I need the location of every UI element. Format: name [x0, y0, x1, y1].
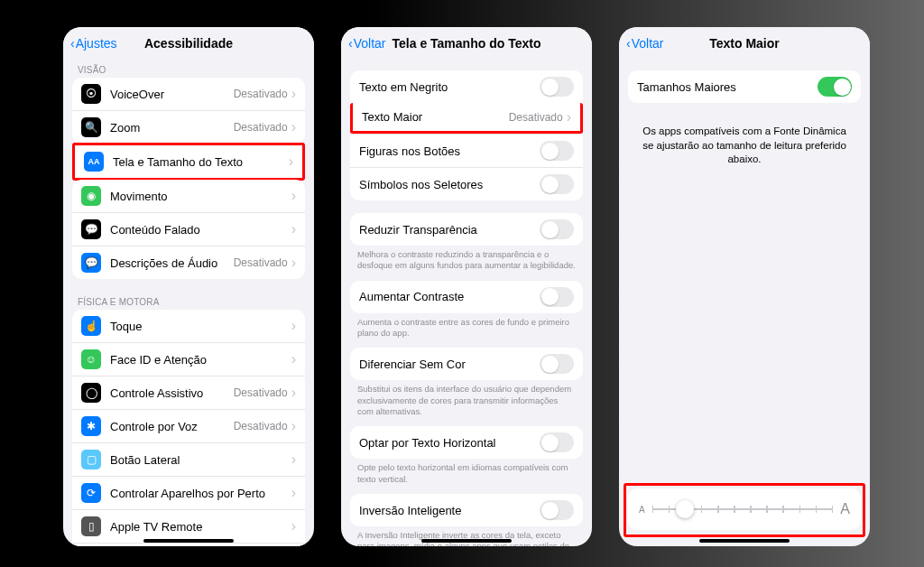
home-indicator[interactable]	[143, 539, 234, 543]
back-button[interactable]: ‹ Voltar	[626, 36, 663, 51]
row-touch[interactable]: ☝ Toque ›	[72, 310, 305, 342]
slider-tick	[701, 506, 703, 513]
row-nearby[interactable]: ⟳ Controlar Aparelhos por Perto ›	[72, 476, 305, 509]
row-horizontal-text[interactable]: Optar por Texto Horizontal	[350, 426, 583, 459]
slider-tick	[799, 506, 801, 513]
row-side-button[interactable]: ▢ Botão Lateral ›	[72, 442, 305, 476]
row-label: Optar por Texto Horizontal	[359, 436, 540, 450]
row-assistive[interactable]: ◯ Controle Assistivo Desativado ›	[72, 376, 305, 409]
toggle-invert[interactable]	[540, 500, 574, 520]
page-title: Acessibilidade	[144, 36, 233, 51]
row-label: Figuras nos Botões	[359, 144, 540, 158]
row-bold-text[interactable]: Texto em Negrito	[350, 70, 583, 103]
toggle-shapes[interactable]	[540, 141, 574, 161]
row-value: Desativado	[234, 386, 288, 399]
toggle-labels[interactable]	[540, 174, 574, 194]
slider-tick	[652, 506, 654, 513]
back-button[interactable]: ‹ Ajustes	[70, 36, 117, 51]
row-label: Zoom	[110, 121, 234, 135]
row-faceid[interactable]: ☺ Face ID e Atenção ›	[72, 342, 305, 376]
chevron-right-icon: ›	[291, 419, 296, 433]
toggle-contrast[interactable]	[540, 287, 574, 307]
toggle-transparency[interactable]	[540, 219, 574, 239]
motor-group: ☝ Toque › ☺ Face ID e Atenção › ◯ Contro…	[72, 310, 305, 546]
row-differentiate-color[interactable]: Diferenciar Sem Cor	[350, 348, 583, 380]
chevron-right-icon: ›	[291, 222, 296, 237]
row-onoff-labels[interactable]: Símbolos nos Seletores	[350, 167, 583, 200]
toggle-horizontal[interactable]	[540, 432, 574, 452]
row-spoken-content[interactable]: 💬 Conteúdo Falado ›	[72, 212, 305, 246]
home-indicator[interactable]	[699, 539, 790, 543]
row-display-text-size[interactable]: AA Tela e Tamanho do Texto ›	[75, 145, 302, 178]
row-label: Controle por Voz	[110, 420, 234, 433]
row-audio-desc[interactable]: 💬 Descrições de Áudio Desativado ›	[72, 246, 305, 279]
audio-desc-icon: 💬	[81, 253, 101, 273]
dynamic-type-desc: Os apps compatíveis com a Fonte Dinâmica…	[619, 116, 870, 176]
section-vision: VISÃO	[63, 60, 314, 78]
row-label: Toque	[110, 320, 291, 333]
row-button-shapes[interactable]: Figuras nos Botões	[350, 134, 583, 167]
row-zoom[interactable]: 🔍 Zoom Desativado ›	[72, 110, 305, 144]
row-reduce-transparency[interactable]: Reduzir Transparência	[350, 213, 583, 246]
row-label: Texto em Negrito	[359, 80, 540, 94]
row-label: Movimento	[110, 190, 291, 203]
screen-display-text-size: ‹ Voltar Tela e Tamanho do Texto Texto e…	[341, 27, 592, 546]
row-appletv[interactable]: ▯ Apple TV Remote ›	[72, 509, 305, 543]
row-label: Reduzir Transparência	[359, 223, 540, 237]
vision-group-2: ◉ Movimento › 💬 Conteúdo Falado › 💬 Desc…	[72, 180, 305, 279]
toggle-nocolor[interactable]	[540, 354, 574, 374]
chevron-right-icon: ›	[567, 110, 571, 125]
row-larger-text[interactable]: Texto Maior Desativado ›	[350, 103, 583, 134]
chevron-right-icon: ›	[291, 189, 296, 203]
row-label: Símbolos nos Seletores	[359, 178, 540, 191]
chevron-left-icon: ‹	[626, 36, 631, 51]
chevron-right-icon: ›	[291, 87, 296, 101]
row-value: Desativado	[234, 88, 288, 100]
back-label: Voltar	[354, 36, 386, 51]
text-size-slider[interactable]: A A	[639, 501, 850, 517]
nocolor-desc: Substitui os itens da interface do usuár…	[341, 384, 592, 426]
screen-larger-text: ‹ Voltar Texto Maior Tamanhos Maiores Os…	[619, 27, 870, 546]
back-button[interactable]: ‹ Voltar	[348, 36, 385, 51]
toggle-larger-sizes[interactable]	[818, 77, 852, 97]
row-label: Aumentar Contraste	[359, 290, 540, 303]
row-label: Controlar Aparelhos por Perto	[110, 487, 291, 500]
highlighted-row-display: AA Tela e Tamanho do Texto ›	[72, 143, 305, 181]
row-increase-contrast[interactable]: Aumentar Contraste	[350, 281, 583, 313]
slider-tick	[717, 506, 719, 513]
chevron-right-icon: ›	[291, 519, 296, 534]
navbar: ‹ Ajustes Acessibilidade	[63, 27, 314, 60]
row-label: Diferenciar Sem Cor	[359, 358, 540, 371]
row-voiceover[interactable]: ⦿ VoiceOver Desativado ›	[72, 78, 305, 110]
row-label: Face ID e Atenção	[110, 353, 291, 367]
side-button-icon: ▢	[81, 450, 101, 469]
slider-min-icon: A	[639, 505, 645, 515]
slider-tick	[832, 506, 834, 513]
row-larger-sizes[interactable]: Tamanhos Maiores	[628, 70, 861, 103]
assistive-icon: ◯	[81, 383, 101, 403]
slider-track[interactable]	[652, 508, 834, 510]
toggle-bold[interactable]	[540, 77, 574, 97]
tv-remote-icon: ▯	[81, 516, 101, 536]
motion-icon: ◉	[81, 186, 101, 206]
section-motor: FÍSICA E MOTORA	[63, 292, 314, 310]
zoom-icon: 🔍	[81, 117, 101, 137]
row-voice-control[interactable]: ✱ Controle por Voz Desativado ›	[72, 409, 305, 442]
vision-group: ⦿ VoiceOver Desativado › 🔍 Zoom Desativa…	[72, 78, 305, 144]
chevron-right-icon: ›	[291, 120, 296, 135]
chevron-right-icon: ›	[291, 319, 296, 333]
page-title: Tela e Tamanho do Texto	[393, 36, 541, 51]
chevron-left-icon: ‹	[70, 36, 75, 51]
larger-sizes-group: Tamanhos Maiores	[628, 70, 861, 103]
home-indicator[interactable]	[421, 539, 512, 543]
slider-tick	[816, 506, 818, 513]
row-label: Tela e Tamanho do Texto	[113, 155, 289, 169]
slider-tick	[669, 506, 670, 513]
row-smart-invert[interactable]: Inversão Inteligente	[350, 494, 583, 526]
row-value: Desativado	[234, 121, 288, 134]
slider-thumb[interactable]	[676, 500, 694, 518]
screen-accessibility: ‹ Ajustes Acessibilidade VISÃO ⦿ VoiceOv…	[63, 27, 314, 546]
row-cursor[interactable]: ⬉ Controle do Cursor ›	[72, 543, 305, 546]
row-motion[interactable]: ◉ Movimento ›	[72, 180, 305, 212]
chevron-right-icon: ›	[291, 386, 296, 400]
